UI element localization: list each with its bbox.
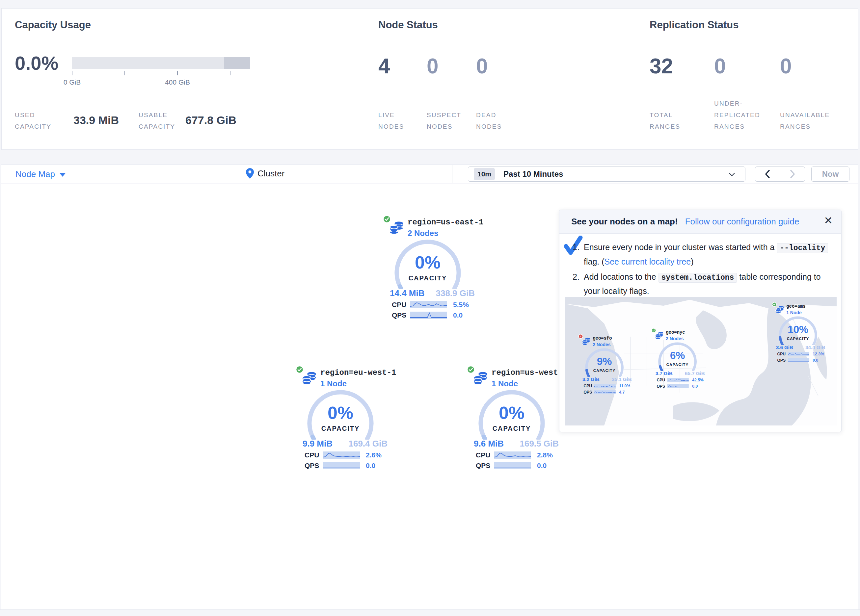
- capacity-axis-tick: [230, 71, 231, 75]
- qps-label: QPS: [476, 462, 494, 470]
- time-range-label: Past 10 Minutes: [504, 169, 563, 179]
- chevron-down-icon: [729, 172, 735, 176]
- dead-nodes-value: 0: [476, 54, 488, 78]
- code-locality-flag: --locality: [777, 243, 828, 253]
- example-node-map-image: 1 geo=sfo 2 Nodes 9% CAPACITY 3.2 GiB 35…: [565, 297, 836, 425]
- cpu-label: CPU: [777, 352, 788, 356]
- capacity-label: CAPACITY: [392, 274, 463, 282]
- total-ranges-label: TOTAL RANGES: [650, 109, 694, 132]
- live-nodes-value: 4: [378, 54, 390, 78]
- capacity-percent: 9%: [584, 356, 625, 367]
- instruction-step-2: 2. Add locations to the system.locations…: [573, 270, 830, 298]
- view-selector-label: Node Map: [16, 169, 55, 179]
- code-system-locations: system.locations: [659, 273, 737, 283]
- capacity-percent: 10%: [778, 323, 819, 335]
- time-step-buttons: [755, 166, 805, 182]
- cpu-label: CPU: [584, 384, 594, 388]
- under-replicated-value: 0: [714, 54, 726, 78]
- cpu-value: 11.0%: [619, 384, 630, 388]
- database-stack-icon: [302, 371, 316, 385]
- used-capacity-label: USED CAPACITY: [15, 109, 64, 132]
- locality-eu-west-1[interactable]: region=eu-west-1 1 Node 0% CAPACITY 9.9 …: [295, 361, 387, 472]
- cpu-sparkline: [323, 451, 360, 459]
- instruction-step-1: 1. Ensure every node in your cluster was…: [573, 240, 830, 268]
- cpu-value: 2.6%: [366, 451, 381, 459]
- locality-name: region=us-east-1: [408, 218, 483, 227]
- locality-tree-link[interactable]: See current locality tree: [604, 257, 691, 266]
- database-stack-icon: [473, 371, 488, 385]
- step-number: 2.: [573, 270, 584, 298]
- unavailable-ranges-value: 0: [780, 54, 792, 78]
- cpu-value: 12.3%: [813, 352, 824, 356]
- capacity-label: CAPACITY: [778, 337, 819, 341]
- time-range-badge: 10m: [474, 168, 495, 180]
- locality-name: region=us-west-1: [491, 368, 567, 377]
- qps-label: QPS: [656, 384, 667, 389]
- now-button[interactable]: Now: [811, 166, 849, 182]
- locality-node-count: 2 Nodes: [666, 336, 684, 341]
- breadcrumb-label: Cluster: [257, 168, 284, 179]
- locality-node-count: 1 Node: [320, 379, 347, 388]
- qps-sparkline: [410, 312, 447, 319]
- cpu-sparkline: [594, 384, 616, 388]
- cpu-value: 2.8%: [537, 451, 553, 459]
- capacity-percent: 0%: [392, 252, 463, 273]
- usable-capacity-label: USABLE CAPACITY: [139, 109, 191, 132]
- locality-us-west-1[interactable]: region=us-west-1 1 Node 0% CAPACITY 9.6 …: [466, 361, 558, 472]
- capacity-label: CAPACITY: [476, 425, 547, 433]
- locality-node-count: 2 Nodes: [408, 229, 438, 238]
- suspect-nodes-value: 0: [427, 54, 439, 78]
- cpu-sparkline: [494, 451, 531, 459]
- capacity-used-value: 3.6 GiB: [776, 345, 793, 350]
- qps-sparkline: [788, 358, 809, 362]
- capacity-total-value: 65.7 GiB: [685, 370, 705, 376]
- qps-sparkline: [667, 384, 689, 388]
- locality-node-count: 2 Nodes: [593, 342, 610, 347]
- capacity-axis-label-400: 400 GiB: [151, 78, 204, 86]
- mini-locality-geo-nyc: geo=nyc 2 Nodes 6% CAPACITY 3.7 GiB 65.7…: [651, 325, 704, 390]
- breadcrumb[interactable]: Cluster: [246, 168, 284, 179]
- capacity-used-value: 9.6 MiB: [474, 439, 504, 449]
- node-map-config-popup: See your nodes on a map! Follow our conf…: [559, 210, 841, 432]
- locality-name: geo=ams: [786, 304, 805, 309]
- suspect-nodes-label: SUSPECT NODES: [427, 109, 471, 132]
- popup-title: See your nodes on a map!: [571, 216, 678, 227]
- locality-us-east-1[interactable]: region=us-east-1 2 Nodes 0% CAPACITY 14.…: [382, 210, 474, 322]
- time-step-forward-button[interactable]: [780, 167, 805, 181]
- cpu-label: CPU: [304, 451, 323, 459]
- view-selector-dropdown[interactable]: Node Map: [16, 169, 66, 179]
- cpu-sparkline: [410, 301, 447, 308]
- live-nodes-label: LIVE NODES: [378, 109, 416, 132]
- capacity-usage-bar: [72, 57, 250, 69]
- database-stack-icon: [582, 338, 591, 345]
- chevron-right-icon: [790, 169, 795, 179]
- used-capacity-value: 33.9 MiB: [74, 114, 119, 127]
- capacity-total-value: 34.4 GiB: [805, 345, 825, 350]
- capacity-used-value: 3.7 GiB: [656, 370, 673, 376]
- mini-locality-geo-ams: geo=ams 1 Node 10% CAPACITY 3.6 GiB 34.4…: [771, 299, 825, 364]
- locality-name: geo=sfo: [593, 335, 612, 341]
- dead-nodes-label: DEAD NODES: [476, 109, 514, 132]
- cpu-value: 5.5%: [453, 301, 469, 309]
- capacity-percent: 0%: [305, 403, 376, 423]
- cpu-sparkline: [788, 352, 809, 356]
- time-range-dropdown[interactable]: 10m Past 10 Minutes: [468, 166, 745, 182]
- time-step-back-button[interactable]: [755, 167, 780, 181]
- qps-value: 0.0: [813, 358, 818, 363]
- node-status-title: Node Status: [378, 19, 438, 31]
- replication-status-title: Replication Status: [650, 19, 739, 31]
- qps-value: 4.7: [619, 390, 625, 395]
- capacity-label: CAPACITY: [657, 363, 698, 367]
- database-stack-icon: [776, 306, 784, 313]
- capacity-used-value: 3.2 GiB: [582, 376, 599, 382]
- capacity-percent: 6%: [657, 350, 698, 361]
- close-icon[interactable]: ✕: [824, 215, 833, 226]
- qps-label: QPS: [392, 311, 410, 319]
- capacity-total-value: 35.1 GiB: [612, 376, 631, 382]
- capacity-usage-title: Capacity Usage: [15, 19, 91, 31]
- page-footer-strip: [0, 610, 860, 616]
- capacity-axis-tick: [177, 71, 178, 75]
- configuration-guide-link[interactable]: Follow our configuration guide: [685, 216, 799, 227]
- locality-name: region=eu-west-1: [320, 368, 396, 377]
- step-text: Add locations to the system.locations ta…: [584, 270, 830, 298]
